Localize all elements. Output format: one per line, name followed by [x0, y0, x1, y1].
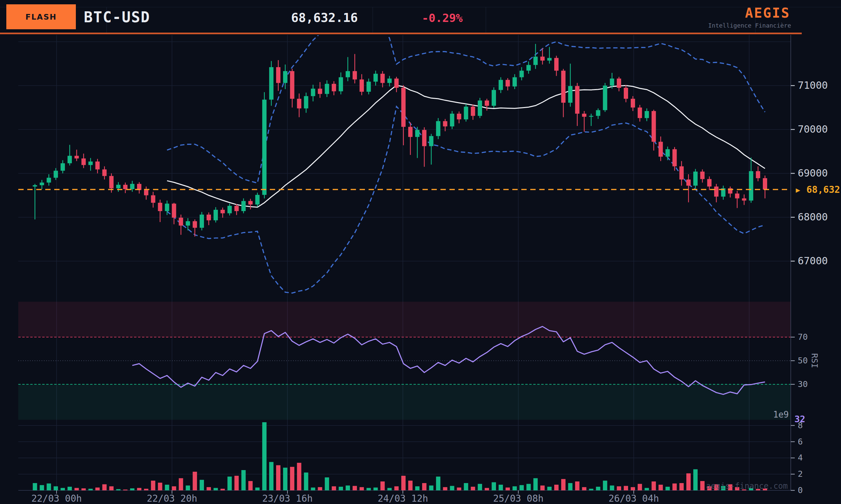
axes: 7100070000690006800067000705030RSI864201… [31, 35, 828, 504]
svg-text:68,632.16: 68,632.16 [806, 184, 841, 195]
svg-text:▶: ▶ [796, 186, 801, 194]
svg-text:6: 6 [798, 437, 803, 447]
svg-text:0: 0 [798, 485, 803, 495]
candlesticks [33, 44, 768, 236]
svg-text:1e9: 1e9 [773, 410, 789, 419]
x-axis-label: 25/03 08h [493, 493, 544, 504]
svg-text:50: 50 [798, 356, 808, 365]
svg-text:70: 70 [798, 332, 808, 342]
svg-text:4: 4 [798, 453, 803, 463]
x-axis-label: 22/03 00h [31, 493, 82, 504]
x-axis-label: 26/03 04h [609, 493, 659, 504]
volume-bars: aegis-finance.com [33, 422, 788, 491]
svg-text:69000: 69000 [798, 167, 828, 179]
svg-text:71000: 71000 [798, 79, 828, 91]
chart-canvas[interactable]: ▶68,632.1632aegis-finance.com71000700006… [0, 0, 841, 504]
trading-dashboard: FLASH BTC-USD 68,632.16 -0.29% AEGIS Int… [0, 0, 841, 504]
svg-text:8: 8 [798, 420, 803, 430]
svg-text:2: 2 [798, 469, 803, 479]
svg-text:68000: 68000 [798, 211, 828, 223]
watermark: aegis-finance.com [706, 481, 788, 491]
svg-text:67000: 67000 [798, 255, 828, 267]
rsi-panel [18, 302, 791, 420]
rsi-axis-label: RSI [810, 353, 819, 368]
svg-text:30: 30 [798, 379, 808, 389]
x-axis-label: 22/03 20h [147, 493, 197, 504]
x-axis-label: 23/03 16h [262, 493, 313, 504]
svg-text:70000: 70000 [798, 123, 828, 135]
x-axis-label: 24/03 12h [378, 493, 428, 504]
